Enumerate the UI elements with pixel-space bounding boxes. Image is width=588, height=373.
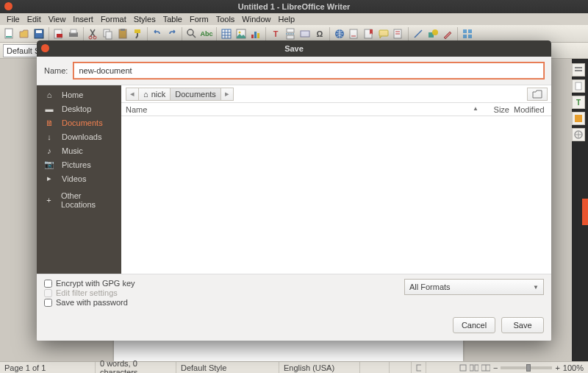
sidebar-item-videos[interactable]: ▸Videos [37,171,121,185]
sidebar-item-label: Home [62,90,83,99]
folder-icon: ▬ [44,104,54,113]
sidebar-item-label: Downloads [62,132,101,141]
dialog-titlebar[interactable]: Save [37,40,551,57]
places-sidebar: ⌂Home ▬Desktop 🗎Documents ↓Downloads ♪Mu… [37,85,121,274]
breadcrumb-label: nick [151,90,166,99]
home-icon: ⌂ [143,90,148,99]
sidebar-item-label: Pictures [62,160,91,169]
file-format-label: All Formats [409,283,451,291]
file-list-header: Name▲ Size Modified [121,103,551,116]
column-size[interactable]: Size [484,105,514,114]
column-name[interactable]: Name▲ [126,105,484,114]
dialog-title: Save [284,44,304,53]
column-modified[interactable]: Modified [514,105,547,114]
file-format-selector[interactable]: All Formats ▼ [404,279,544,295]
sidebar-item-label: Videos [62,174,86,183]
sidebar-item-label: Desktop [62,104,91,113]
camera-icon: 📷 [44,160,54,169]
plus-icon: + [44,196,54,205]
breadcrumb-forward-button[interactable]: ▸ [220,88,234,101]
breadcrumb-home-button[interactable]: ⌂nick [138,88,171,101]
save-button[interactable]: Save [501,317,544,333]
sidebar-item-label: Other Locations [61,191,114,209]
sidebar-item-label: Music [62,146,83,155]
sidebar-item-downloads[interactable]: ↓Downloads [37,129,121,143]
breadcrumb: ◂ ⌂nick Documents ▸ [121,85,551,103]
sidebar-item-pictures[interactable]: 📷Pictures [37,157,121,171]
sidebar-item-documents[interactable]: 🗎Documents [37,116,121,129]
video-icon: ▸ [44,174,54,183]
new-folder-button[interactable] [527,88,548,101]
sidebar-item-label: Documents [62,118,103,127]
file-list[interactable] [121,116,551,274]
save-dialog: Save Name: ⌂Home ▬Desktop 🗎Documents ↓Do… [37,40,551,341]
document-icon: 🗎 [44,118,54,127]
sidebar-item-other-locations[interactable]: +Other Locations [37,193,121,207]
edit-filter-checkbox: Edit filter settings [44,288,135,297]
breadcrumb-segment[interactable]: Documents [170,88,221,101]
breadcrumb-back-button[interactable]: ◂ [126,88,139,101]
download-icon: ↓ [44,132,54,141]
filename-label: Name: [44,66,68,75]
dialog-close-icon[interactable] [41,44,49,52]
filename-input[interactable] [74,63,544,79]
cancel-button[interactable]: Cancel [453,317,495,333]
save-password-checkbox[interactable]: Save with password [44,298,135,307]
chevron-down-icon: ▼ [533,284,539,291]
music-icon: ♪ [44,146,54,155]
sidebar-item-music[interactable]: ♪Music [37,143,121,157]
home-icon: ⌂ [44,90,54,99]
encrypt-gpg-checkbox[interactable]: Encrypt with GPG key [44,279,135,288]
sidebar-item-home[interactable]: ⌂Home [37,88,121,102]
sort-ascending-icon: ▲ [473,105,478,112]
sidebar-item-desktop[interactable]: ▬Desktop [37,102,121,116]
